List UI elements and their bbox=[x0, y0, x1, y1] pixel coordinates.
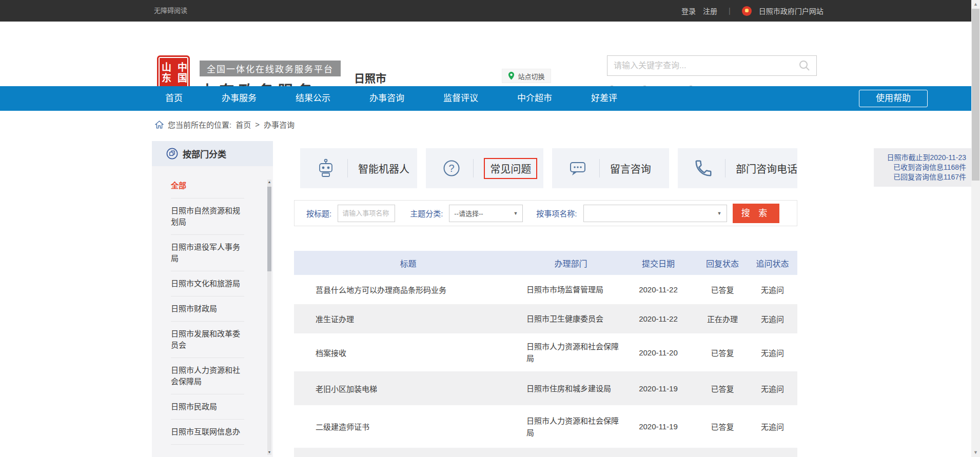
topic-select[interactable]: --请选择-- ▼ bbox=[449, 205, 523, 222]
accessibility-link[interactable]: 无障碍阅读 bbox=[154, 0, 187, 22]
login-link[interactable]: 登录 bbox=[681, 6, 696, 16]
help-button[interactable]: 使用帮助 bbox=[859, 90, 928, 107]
sidebar-item-development-reform[interactable]: 日照市发展和改革委员会 bbox=[171, 322, 244, 358]
search-icon[interactable] bbox=[798, 59, 811, 72]
row-title-link[interactable]: 老旧小区加装电梯 bbox=[294, 383, 522, 394]
sidebar-scroll-up-icon[interactable]: ▲ bbox=[267, 180, 271, 185]
row-department: 日照市住房和城乡建设局 bbox=[522, 383, 619, 394]
sidebar-scroll-thumb[interactable] bbox=[267, 187, 271, 271]
page-scrollbar[interactable]: ▲ ▼ bbox=[971, 0, 980, 457]
breadcrumb-prefix: 您当前所在的位置: bbox=[168, 119, 231, 130]
table-row[interactable]: 老旧小区加装电梯 日照市住房和城乡建设局 2020-11-19 已答复 无追问 bbox=[294, 371, 797, 405]
item-name-select[interactable]: ▼ bbox=[583, 205, 727, 222]
row-reply-status: 已答复 bbox=[697, 284, 748, 295]
row-date: 2020-11-20 bbox=[619, 348, 697, 357]
site-header: 中国 山东 全国一体化在线政务服务平台 山东政务服务 日照市 站点切换 全部 权 bbox=[0, 22, 980, 86]
card-divider bbox=[473, 159, 474, 177]
site-switch-button[interactable]: 站点切换 bbox=[502, 69, 551, 83]
row-title-link[interactable]: 档案接收 bbox=[294, 347, 522, 358]
row-title-link[interactable]: 准生证办理 bbox=[294, 313, 522, 324]
sidebar-scrollbar[interactable]: ▲ ▼ bbox=[267, 180, 271, 455]
nav-item-home[interactable]: 首页 bbox=[165, 86, 183, 111]
stats-line-received: 已收到咨询信息1168件 bbox=[874, 163, 966, 172]
row-department: 日照市卫生健康委员会 bbox=[522, 313, 619, 325]
sidebar-scroll-down-icon[interactable]: ▼ bbox=[267, 450, 271, 455]
breadcrumb-current: 办事咨询 bbox=[264, 119, 295, 130]
row-follow-status: 无追问 bbox=[748, 383, 797, 394]
nav-item-services[interactable]: 办事服务 bbox=[222, 86, 257, 111]
column-header-date: 提交日期 bbox=[619, 257, 697, 269]
row-department: 日照市人力资源和社会保障局 bbox=[522, 415, 619, 439]
row-reply-status: 已答复 bbox=[697, 421, 748, 432]
row-reply-status: 已答复 bbox=[697, 347, 748, 358]
tab-department-phone[interactable]: 部门咨询电话 bbox=[678, 148, 797, 188]
row-department: 日照市人力资源和社会保障局 bbox=[522, 341, 619, 364]
table-body: 莒县什么地方可以办理商品条形码业务 日照市市场监督管理局 2020-11-22 … bbox=[294, 275, 797, 457]
breadcrumb-separator: > bbox=[255, 120, 260, 129]
row-reply-status: 已答复 bbox=[697, 383, 748, 394]
tab-smart-robot[interactable]: 智能机器人 bbox=[300, 148, 417, 188]
sidebar-title: 按部门分类 bbox=[183, 147, 226, 160]
scroll-down-icon[interactable]: ▼ bbox=[971, 448, 980, 457]
table-header-row: 标题 办理部门 提交日期 回复状态 追问状态 bbox=[294, 251, 797, 275]
category-icon bbox=[166, 148, 178, 160]
nav-item-consult[interactable]: 办事咨询 bbox=[369, 86, 404, 111]
table-row[interactable]: 二级建造师证书 日照市人力资源和社会保障局 2020-11-19 已答复 无追问 bbox=[294, 405, 797, 448]
scrollbar-thumb[interactable] bbox=[972, 9, 979, 181]
tab-label-leave-message: 留言咨询 bbox=[610, 161, 651, 176]
card-divider bbox=[347, 159, 348, 177]
sidebar-item-natural-resources[interactable]: 日照市自然资源和规划局 bbox=[171, 198, 244, 235]
nav-items: 首页 办事服务 结果公示 办事咨询 监督评议 中介超市 好差评 bbox=[165, 86, 617, 111]
row-reply-status: 正在办理 bbox=[697, 313, 748, 324]
consult-channel-cards: 智能机器人 ? 常见问题 留言咨询 部门咨询电话 bbox=[300, 148, 797, 188]
current-city-label: 日照市 bbox=[354, 70, 386, 85]
stats-line-replied: 已回复咨询信息1167件 bbox=[874, 172, 966, 182]
nav-item-rating[interactable]: 好差评 bbox=[591, 86, 617, 111]
table-row[interactable]: 莒县什么地方可以办理商品条形码业务 日照市市场监督管理局 2020-11-22 … bbox=[294, 275, 797, 304]
government-service-portal-page: 无障碍阅读 登录 注册 | ★ 日照市政府门户网站 中国 山东 全国一体化在线政… bbox=[0, 0, 980, 457]
tab-faq[interactable]: ? 常见问题 bbox=[426, 148, 543, 188]
row-title-link[interactable]: 莒县什么地方可以办理商品条形码业务 bbox=[294, 284, 522, 295]
filter-title-input[interactable] bbox=[338, 205, 395, 222]
consultation-stats: 日照市截止到2020-11-23 已收到咨询信息1168件 已回复咨询信息116… bbox=[874, 148, 971, 187]
tab-leave-message[interactable]: 留言咨询 bbox=[552, 148, 669, 188]
sidebar-item-veterans[interactable]: 日照市退役军人事务局 bbox=[171, 235, 244, 271]
card-divider bbox=[599, 159, 600, 177]
sidebar-item-finance[interactable]: 日照市财政局 bbox=[171, 296, 244, 322]
topbar-separator: | bbox=[729, 7, 731, 15]
sidebar-header: 按部门分类 bbox=[152, 141, 273, 166]
filter-search-button[interactable]: 搜 索 bbox=[733, 204, 779, 223]
row-title-link[interactable]: 二级建造师证书 bbox=[294, 421, 522, 432]
register-link[interactable]: 注册 bbox=[703, 6, 717, 16]
nav-item-results[interactable]: 结果公示 bbox=[296, 86, 330, 111]
table-row[interactable]: 档案接收 日照市人力资源和社会保障局 2020-11-20 已答复 无追问 bbox=[294, 333, 797, 371]
portal-link[interactable]: 日照市政府门户网站 bbox=[759, 6, 824, 16]
department-list: 全部 日照市自然资源和规划局 日照市退役军人事务局 日照市文化和旅游局 日照市财… bbox=[152, 166, 273, 445]
phone-icon bbox=[692, 158, 715, 178]
sidebar-item-civil-affairs[interactable]: 日照市民政局 bbox=[171, 394, 244, 420]
scroll-up-icon[interactable]: ▲ bbox=[971, 0, 980, 9]
row-department: 日照市市场监督管理局 bbox=[522, 284, 619, 295]
column-header-department: 办理部门 bbox=[522, 257, 619, 269]
keyword-search-input[interactable] bbox=[607, 61, 798, 70]
chevron-down-icon: ▼ bbox=[717, 211, 722, 216]
department-sidebar: 按部门分类 全部 日照市自然资源和规划局 日照市退役军人事务局 日照市文化和旅游… bbox=[152, 141, 273, 457]
row-follow-status: 无追问 bbox=[748, 421, 797, 432]
row-follow-status: 无追问 bbox=[748, 313, 797, 324]
faq-filter-bar: 按标题: 主题分类: --请选择-- ▼ 按事项名称: ▼ 搜 索 bbox=[294, 200, 797, 226]
row-date: 2020-11-22 bbox=[619, 285, 697, 294]
sidebar-item-culture-tourism[interactable]: 日照市文化和旅游局 bbox=[171, 271, 244, 296]
table-row-partially-visible bbox=[294, 448, 797, 457]
sidebar-item-internet-info[interactable]: 日照市互联网信息办 bbox=[171, 420, 244, 445]
nav-item-intermediary[interactable]: 中介超市 bbox=[517, 86, 552, 111]
sidebar-item-human-resources[interactable]: 日照市人力资源和社会保障局 bbox=[171, 358, 244, 394]
table-row[interactable]: 准生证办理 日照市卫生健康委员会 2020-11-22 正在办理 无追问 bbox=[294, 304, 797, 333]
home-icon bbox=[155, 121, 164, 129]
filter-item-label: 按事项名称: bbox=[536, 208, 577, 218]
site-switch-label: 站点切换 bbox=[518, 71, 544, 81]
seal-text-right: 中国 bbox=[174, 62, 188, 84]
shandong-seal-logo: 中国 山东 bbox=[157, 55, 190, 90]
nav-item-supervision[interactable]: 监督评议 bbox=[443, 86, 478, 111]
breadcrumb-home[interactable]: 首页 bbox=[236, 119, 251, 130]
sidebar-item-all[interactable]: 全部 bbox=[171, 173, 244, 198]
